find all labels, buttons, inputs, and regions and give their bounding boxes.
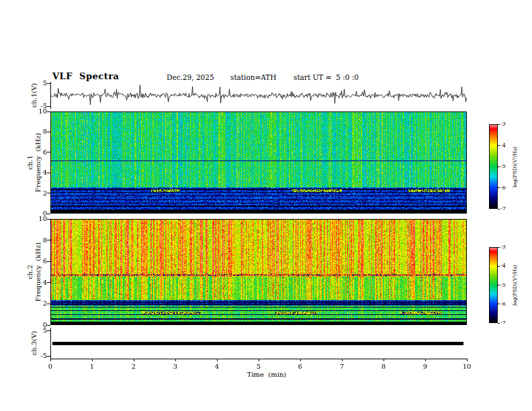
time-tick-mark [425,359,426,361]
ch2-axis-frequency: Frequency (kHz) [34,242,42,302]
cbar1-tick-label: -6 [500,185,511,191]
time-tick-mark [467,359,468,361]
spec2-ytick-mark [47,261,50,262]
spec2-ytick-mark [47,304,50,304]
time-tick-mark [342,359,343,361]
spec2-ytick-mark [47,219,50,220]
wave1-ytick-mark [47,106,50,107]
ch1-axis-frequency: Frequency (kHz) [34,133,42,192]
ch1-spectrogram-panel [50,111,467,214]
spec2-ytick-label: 10 [34,215,47,223]
header-station: station=ATH [230,73,277,81]
ch2-spectrogram-panel [50,219,467,325]
cbar2-tick-label: -3 [500,244,511,250]
colorbar2-axis: log(PSD)(V²/Hz) [509,247,521,323]
cbar2-tick-mark [498,247,500,248]
ch3-flat-line [52,342,463,345]
header-start-ut: start UT = 5 :0 :0 [294,73,359,81]
time-tick-label: 2 [128,363,140,371]
cbar1-tick-label: -3 [500,121,511,127]
spec1-ytick-mark [47,193,50,193]
time-tick-label: 7 [336,363,348,371]
time-tick-mark [134,359,134,361]
cbar1-tick-mark [498,167,500,167]
time-tick-label: 0 [44,363,56,371]
time-tick-mark [300,359,301,361]
time-tick-label: 3 [169,363,181,371]
spec2-ytick-mark [47,240,50,240]
wave1-ytick-label: -5 [34,102,47,110]
ch1-spectrogram [51,112,466,213]
spec1-ytick-label: 4 [34,169,47,177]
vlf-spectra-figure: VLF Spectra Dec.29, 2025 station=ATH sta… [0,0,532,411]
cbar1-tick-label: -5 [500,163,511,169]
cbar1-tick-mark [498,187,500,188]
spec2-ytick-mark [47,325,50,326]
cbar1-tick-mark [498,209,500,210]
spec2-ytick-mark [47,282,50,283]
cbar2-tick-label: -5 [500,282,511,288]
time-tick-mark [384,359,384,361]
spec2-ytick-label: 2 [34,300,47,308]
ch2-frequency-axis: ch.2Frequency (kHz) [23,219,46,325]
spec1-ytick-mark [47,152,50,152]
time-tick-label: 4 [211,363,223,371]
colorbar1-label: log(PSD)(V²/Hz) [513,146,519,187]
time-tick-label: 8 [378,363,390,371]
spec1-ytick-label: 6 [34,148,47,156]
figure-title: VLF Spectra [52,71,119,81]
ch2-spectrogram [51,220,466,324]
spec2-ytick-label: 4 [34,279,47,287]
spec1-ytick-mark [47,132,50,132]
wave3-ytick-label: 5 [34,326,47,334]
ch1-axis-channel: ch.1 [26,155,34,170]
wave3-ytick-mark [47,356,50,357]
spec2-ytick-label: 6 [34,257,47,265]
time-axis-label: Time (min) [233,371,300,379]
ch2-axis-channel: ch.2 [26,265,34,279]
spec1-ytick-mark [47,173,50,173]
time-tick-label: 9 [419,363,431,371]
time-tick-mark [259,359,259,361]
spec2-ytick-label: 8 [34,236,47,244]
ch1-waveform-left-axis [50,82,51,109]
ch1-waveform-trace [50,82,467,109]
ch1-frequency-axis: ch.1Frequency (kHz) [23,111,46,214]
cbar1-tick-mark [498,145,500,146]
time-tick-mark [50,359,51,361]
time-tick-label: 1 [86,363,98,371]
cbar2-tick-label: -6 [500,301,511,307]
cbar1-tick-label: -4 [500,142,511,148]
wave3-ytick-mark [47,330,50,331]
time-tick-mark [175,359,176,361]
colorbar-ch2 [489,247,498,323]
time-tick-mark [217,359,218,361]
spec1-ytick-mark [47,111,50,112]
time-tick-label: 10 [461,363,473,371]
cbar2-tick-label: -7 [500,320,511,326]
time-tick-label: 6 [294,363,306,371]
colorbar-ch1 [489,124,498,209]
spec1-ytick-mark [47,214,50,214]
cbar2-tick-mark [498,285,500,285]
ch1-frequency-axis-label: ch.1Frequency (kHz) [26,133,42,192]
cbar2-tick-mark [498,304,500,304]
cbar1-tick-label: -7 [500,205,511,212]
colorbar1-axis: log(PSD)(V²/Hz) [509,124,521,209]
wave1-ytick-mark [47,83,50,84]
cbar2-tick-mark [498,266,500,267]
cbar2-tick-mark [498,323,500,324]
time-tick-mark [92,359,93,361]
time-tick-label: 5 [253,363,265,371]
header-date: Dec.29, 2025 [167,73,214,81]
spec1-ytick-label: 8 [34,128,47,136]
wave1-ytick-label: 5 [34,79,47,87]
spec1-ytick-label: 2 [34,189,47,197]
ch3-left-axis [50,328,51,359]
cbar1-tick-mark [498,124,500,125]
wave3-ytick-label: -5 [34,352,47,360]
colorbar2-label: log(PSD)(V²/Hz) [513,265,519,306]
cbar2-tick-label: -4 [500,263,511,269]
ch2-frequency-axis-label: ch.2Frequency (kHz) [26,242,42,302]
